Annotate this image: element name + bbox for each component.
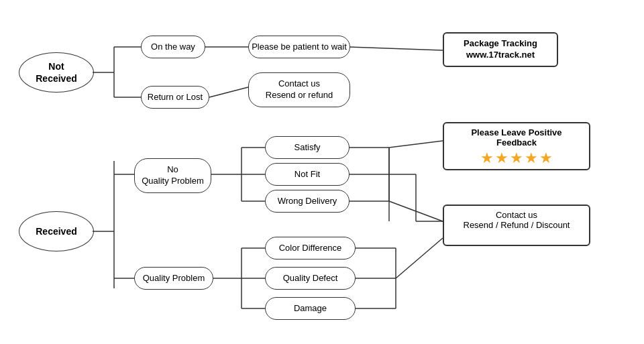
star-3: ★ [510, 150, 523, 167]
contact-resend-refund-label: Contact us Resend or refund [266, 78, 333, 101]
color-difference-node: Color Difference [265, 237, 356, 260]
quality-problem-label: Quality Problem [143, 273, 205, 284]
contact-refund-discount-box: Contact us Resend / Refund / Discount [443, 205, 590, 246]
quality-defect-node: Quality Defect [265, 267, 356, 290]
star-1: ★ [480, 150, 494, 167]
quality-problem-node: Quality Problem [134, 267, 213, 290]
on-the-way-label: On the way [151, 42, 195, 53]
no-quality-problem-label: No Quality Problem [142, 164, 203, 187]
no-quality-problem-node: No Quality Problem [134, 158, 211, 193]
wrong-delivery-node: Wrong Delivery [265, 190, 350, 213]
color-difference-label: Color Difference [279, 243, 342, 254]
package-tracking-label: Package Tracking www.17track.net [464, 38, 537, 61]
return-lost-label: Return or Lost [148, 92, 203, 103]
star-5: ★ [539, 150, 553, 167]
diagram: Not Received On the way Please be patien… [0, 0, 644, 344]
not-received-node: Not Received [19, 52, 94, 93]
satisfy-node: Satisfy [265, 136, 350, 159]
patient-label: Please be patient to wait [252, 42, 347, 53]
svg-line-22 [389, 201, 443, 221]
not-received-label: Not Received [36, 60, 76, 84]
svg-line-6 [209, 87, 248, 97]
star-2: ★ [495, 150, 508, 167]
damage-label: Damage [294, 303, 327, 314]
received-label: Received [36, 225, 76, 237]
received-node: Received [19, 211, 94, 251]
patient-node: Please be patient to wait [248, 36, 350, 58]
svg-line-4 [349, 47, 443, 50]
contact-resend-refund-node: Contact us Resend or refund [248, 72, 350, 107]
not-fit-label: Not Fit [294, 169, 320, 180]
wrong-delivery-label: Wrong Delivery [278, 196, 337, 207]
not-fit-node: Not Fit [265, 163, 350, 186]
satisfy-label: Satisfy [294, 142, 320, 154]
quality-defect-label: Quality Defect [283, 273, 338, 284]
stars-row: ★ ★ ★ ★ ★ [451, 150, 582, 167]
positive-feedback-box: Please Leave Positive Feedback ★ ★ ★ ★ ★ [443, 122, 590, 170]
star-4: ★ [525, 150, 538, 167]
return-lost-node: Return or Lost [141, 86, 209, 109]
positive-feedback-label: Please Leave Positive Feedback [451, 127, 582, 148]
contact-refund-discount-label: Contact us Resend / Refund / Discount [451, 210, 582, 230]
package-tracking-node: Package Tracking www.17track.net [443, 32, 558, 67]
damage-node: Damage [265, 297, 356, 320]
svg-line-35 [396, 238, 443, 278]
svg-line-21 [389, 141, 443, 148]
on-the-way-node: On the way [141, 36, 205, 58]
